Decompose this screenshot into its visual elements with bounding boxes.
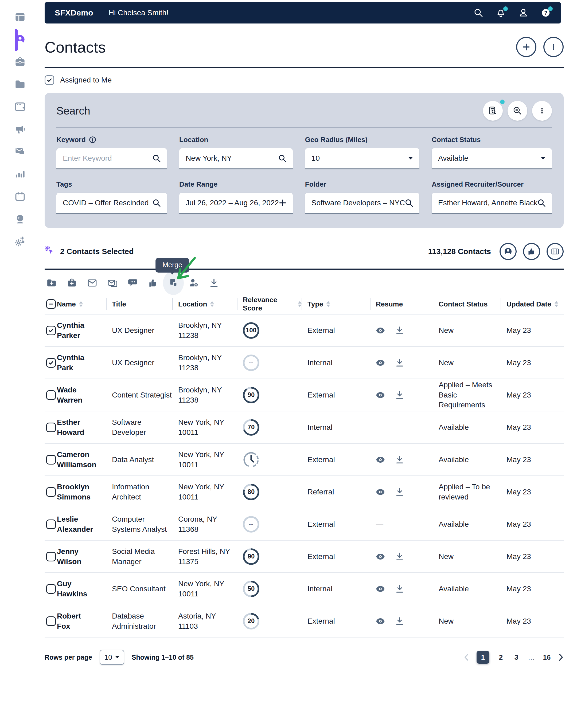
contact-name[interactable]: LeslieAlexander [57, 514, 106, 535]
rows-per-page-select[interactable]: 10 [100, 650, 124, 665]
row-checkbox[interactable] [46, 455, 56, 465]
email-button[interactable] [87, 278, 98, 288]
select-all-checkbox[interactable] [46, 299, 56, 309]
column-header-relevance-score[interactable]: Relevance Score [237, 298, 302, 310]
row-checkbox[interactable] [46, 584, 56, 594]
keyword-input[interactable]: Enter Keyword [56, 148, 167, 169]
folder-input[interactable]: Software Developers – NYC [305, 193, 419, 213]
row-checkbox[interactable] [46, 487, 56, 497]
contact-name[interactable]: CynthiaParker [57, 320, 106, 341]
contact-name[interactable]: GuyHawkins [57, 579, 106, 599]
resume-preview-eye-icon[interactable] [376, 392, 385, 398]
contact-name[interactable]: JennyWilson [57, 546, 106, 567]
contact-name[interactable]: CameronWilliamson [57, 449, 106, 470]
contact-name[interactable]: EstherHoward [57, 417, 106, 438]
resume-preview-eye-icon[interactable] [376, 489, 385, 495]
geo-radius-miles-input[interactable]: 10 [305, 148, 419, 169]
help-icon[interactable]: ? [541, 8, 551, 18]
resume-preview-eye-icon[interactable] [376, 360, 385, 366]
resume-download-icon[interactable] [396, 456, 404, 464]
assigned-to-me-filter[interactable]: Assigned to Me [45, 75, 563, 85]
contact-view-button[interactable] [500, 243, 517, 260]
sidebar-item-calendar[interactable] [15, 186, 25, 208]
resume-preview-eye-icon[interactable] [376, 327, 385, 334]
table-row[interactable]: JennyWilsonSocial Media ManagerForest Hi… [45, 541, 563, 573]
sidebar-item-settings[interactable] [15, 231, 25, 253]
row-checkbox[interactable] [46, 423, 56, 432]
table-row[interactable]: BrooklynSimmonsInformation ArchitectNew … [45, 476, 563, 508]
row-checkbox[interactable] [46, 390, 56, 400]
sidebar-item-job-boards[interactable] [15, 96, 25, 119]
add-to-job-button[interactable] [67, 278, 77, 288]
contact-name[interactable]: RobertFox [57, 611, 106, 631]
export-button[interactable] [209, 278, 219, 288]
table-row[interactable]: EstherHowardSoftware DeveloperNew York, … [45, 411, 563, 444]
contact-status-input[interactable]: Available [432, 148, 552, 169]
row-checkbox[interactable] [46, 552, 56, 562]
table-row[interactable]: GuyHawkinsSEO ConsultantNew York, NY 100… [45, 573, 563, 605]
user-profile-icon[interactable] [518, 8, 528, 18]
resume-download-icon[interactable] [396, 488, 404, 496]
more-options-button[interactable] [543, 37, 563, 57]
row-checkbox[interactable] [46, 520, 56, 529]
search-icon[interactable] [473, 8, 483, 18]
table-row[interactable]: WadeWarrenContent StrategistBrooklyn, NY… [45, 379, 563, 411]
resume-preview-eye-icon[interactable] [376, 553, 385, 560]
resume-download-icon[interactable] [396, 326, 404, 335]
contact-name[interactable]: CynthiaPark [57, 353, 106, 373]
info-icon[interactable] [89, 136, 96, 144]
resume-download-icon[interactable] [396, 552, 404, 561]
previous-page-button[interactable] [464, 653, 469, 661]
table-row[interactable]: CameronWilliamsonData AnalystNew York, N… [45, 444, 563, 476]
next-page-button[interactable] [558, 653, 563, 661]
sidebar-item-jobs[interactable] [15, 51, 25, 74]
page-button-1[interactable]: 1 [477, 651, 490, 664]
sidebar-item-analytics[interactable] [15, 163, 25, 186]
thumbs-up-button[interactable] [148, 278, 158, 288]
page-button-16[interactable]: 16 [543, 653, 551, 661]
add-contact-button[interactable] [188, 278, 199, 288]
date-range-input[interactable]: Jul 26, 2022 – Aug 26, 2022 [179, 193, 293, 213]
sms-button[interactable] [127, 278, 138, 288]
resume-download-icon[interactable] [396, 584, 404, 593]
resume-download-icon[interactable] [396, 617, 404, 625]
saved-search-button[interactable] [483, 101, 503, 121]
table-row[interactable]: CynthiaParkerUX DesignerBrooklyn, NY 112… [45, 314, 563, 347]
table-row[interactable]: CynthiaParkUX DesignerBrooklyn, NY 11238… [45, 347, 563, 379]
assigned-checkbox[interactable] [45, 75, 54, 85]
sidebar-item-contacts[interactable] [15, 29, 25, 51]
resume-preview-eye-icon[interactable] [376, 586, 385, 592]
column-header-type[interactable]: Type [302, 298, 370, 310]
page-button-3[interactable]: 3 [512, 653, 520, 661]
row-checkbox[interactable] [46, 617, 56, 626]
contact-name[interactable]: WadeWarren [57, 385, 106, 405]
row-checkbox[interactable] [46, 358, 56, 368]
column-header-name[interactable]: Name [57, 298, 106, 310]
likes-view-button[interactable] [523, 243, 540, 260]
resume-preview-eye-icon[interactable] [376, 618, 385, 624]
sidebar-item-messages[interactable] [15, 141, 25, 163]
sidebar-item-insights[interactable] [15, 208, 25, 231]
resume-download-icon[interactable] [396, 391, 404, 399]
clear-search-button[interactable] [507, 101, 527, 121]
merge-button[interactable] [168, 278, 179, 288]
sidebar-item-folders[interactable] [15, 74, 25, 96]
resume-preview-eye-icon[interactable] [376, 457, 385, 463]
sidebar-item-campaigns[interactable] [15, 119, 25, 141]
sidebar-item-dashboard[interactable] [15, 6, 25, 29]
search-options-button[interactable] [532, 101, 552, 121]
contact-name[interactable]: BrooklynSimmons [57, 482, 106, 502]
location-input[interactable]: New York, NY [179, 148, 293, 169]
assigned-recruiter-sourcer-input[interactable]: Esther Howard, Annette Black [432, 193, 552, 213]
notifications-bell-icon[interactable] [496, 8, 506, 18]
row-checkbox[interactable] [46, 326, 56, 335]
add-to-folder-button[interactable] [46, 278, 57, 288]
resume-download-icon[interactable] [396, 359, 404, 367]
column-header-location[interactable]: Location [172, 298, 237, 310]
page-button-2[interactable]: 2 [497, 653, 505, 661]
tags-input[interactable]: COVID – Offer Rescinded [56, 193, 167, 213]
email-campaign-button[interactable] [107, 278, 118, 288]
table-row[interactable]: LeslieAlexanderComputer Systems AnalystC… [45, 508, 563, 541]
column-header-updated-date[interactable]: Updated Date [501, 298, 563, 310]
table-row[interactable]: RobertFoxDatabase AdministratorAstoria, … [45, 605, 563, 638]
